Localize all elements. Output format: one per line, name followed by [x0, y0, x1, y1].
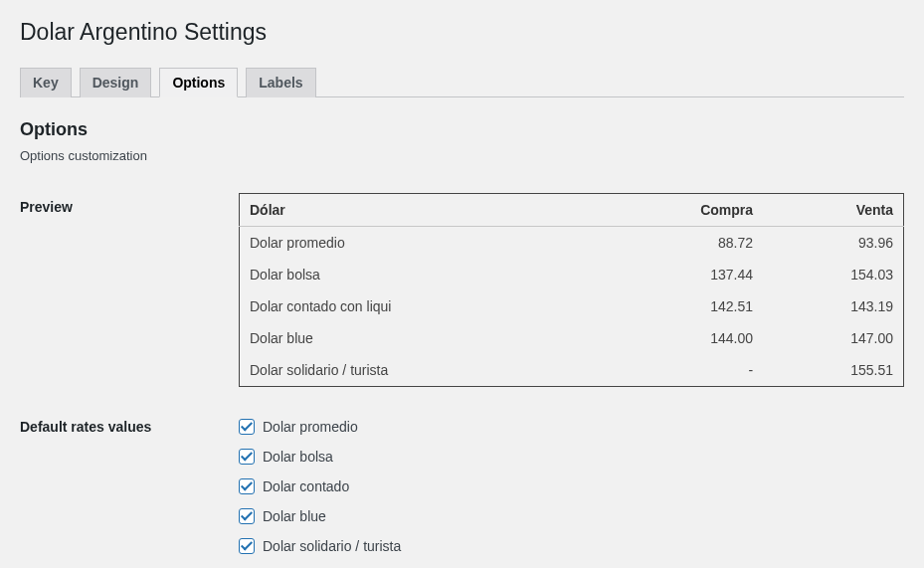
checkbox-label[interactable]: Dolar contado [263, 478, 349, 494]
rate-compra: 137.44 [601, 259, 763, 290]
checkbox-dolar-promedio[interactable] [239, 419, 255, 435]
checkbox-dolar-blue[interactable] [239, 508, 255, 524]
table-row: Dolar solidario / turista - 155.51 [240, 354, 904, 387]
rate-compra: 88.72 [601, 227, 763, 260]
rate-compra: - [601, 354, 763, 387]
rate-name: Dolar bolsa [240, 259, 602, 290]
rate-venta: 155.51 [763, 354, 903, 387]
checkbox-label[interactable]: Dolar blue [263, 508, 326, 524]
default-rates-field-label: Default rates values [20, 407, 239, 568]
table-row: Dolar contado con liqui 142.51 143.19 [240, 290, 904, 322]
rate-name: Dolar solidario / turista [240, 354, 602, 387]
section-description: Options customization [20, 148, 904, 163]
checkbox-row-dolar-promedio: Dolar promedio [239, 419, 904, 435]
settings-tabs: Key Design Options Labels [20, 68, 904, 97]
preview-header-compra: Compra [601, 194, 763, 227]
rate-venta: 93.96 [763, 227, 903, 260]
tab-labels[interactable]: Labels [246, 68, 315, 97]
table-row: Dolar promedio 88.72 93.96 [240, 227, 904, 260]
checkbox-row-dolar-solidario: Dolar solidario / turista [239, 538, 904, 554]
rate-compra: 142.51 [601, 290, 763, 322]
checkbox-row-dolar-bolsa: Dolar bolsa [239, 449, 904, 465]
checkbox-row-dolar-contado: Dolar contado [239, 478, 904, 494]
page-title: Dolar Argentino Settings [20, 10, 904, 50]
rate-venta: 143.19 [763, 290, 903, 322]
rate-name: Dolar promedio [240, 227, 602, 260]
tab-options[interactable]: Options [159, 68, 238, 97]
tab-key[interactable]: Key [20, 68, 72, 97]
checkbox-dolar-bolsa[interactable] [239, 449, 255, 465]
checkbox-label[interactable]: Dolar bolsa [263, 449, 333, 465]
checkbox-label[interactable]: Dolar solidario / turista [263, 538, 401, 554]
tab-design[interactable]: Design [80, 68, 152, 97]
checkbox-dolar-contado[interactable] [239, 478, 255, 494]
checkbox-dolar-solidario[interactable] [239, 538, 255, 554]
rate-name: Dolar blue [240, 322, 602, 354]
preview-header-venta: Venta [763, 194, 903, 227]
checkbox-label[interactable]: Dolar promedio [263, 419, 358, 435]
section-title: Options [20, 119, 904, 140]
preview-header-name: Dólar [240, 194, 602, 227]
rate-venta: 147.00 [763, 322, 903, 354]
table-row: Dolar bolsa 137.44 154.03 [240, 259, 904, 290]
checkbox-row-dolar-blue: Dolar blue [239, 508, 904, 524]
preview-field-label: Preview [20, 187, 239, 407]
rate-venta: 154.03 [763, 259, 903, 290]
preview-rates-table: Dólar Compra Venta Dolar promedio 88.72 … [239, 193, 904, 387]
table-row: Dolar blue 144.00 147.00 [240, 322, 904, 354]
rate-name: Dolar contado con liqui [240, 290, 602, 322]
rate-compra: 144.00 [601, 322, 763, 354]
